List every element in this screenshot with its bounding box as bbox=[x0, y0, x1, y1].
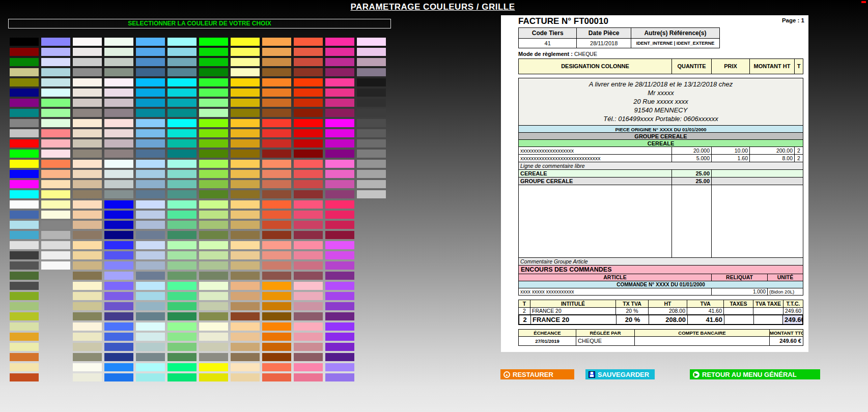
color-swatch[interactable] bbox=[41, 200, 70, 209]
color-swatch[interactable] bbox=[199, 292, 228, 300]
color-swatch[interactable] bbox=[294, 48, 323, 56]
color-swatch[interactable] bbox=[262, 373, 291, 381]
color-swatch[interactable] bbox=[357, 119, 386, 127]
color-swatch[interactable] bbox=[167, 119, 197, 127]
color-swatch[interactable] bbox=[104, 150, 133, 158]
color-swatch[interactable] bbox=[73, 363, 102, 371]
color-swatch[interactable] bbox=[294, 373, 323, 381]
color-swatch[interactable] bbox=[136, 38, 165, 46]
color-swatch[interactable] bbox=[167, 373, 197, 381]
titlebar-red-mark[interactable] bbox=[861, 1, 866, 3]
color-swatch[interactable] bbox=[73, 312, 102, 320]
color-swatch[interactable] bbox=[199, 160, 228, 168]
color-swatch[interactable] bbox=[104, 322, 133, 331]
color-swatch[interactable] bbox=[294, 180, 323, 188]
color-swatch[interactable] bbox=[104, 119, 133, 127]
color-swatch[interactable] bbox=[104, 139, 133, 148]
color-swatch[interactable] bbox=[41, 150, 70, 158]
color-swatch[interactable] bbox=[231, 272, 260, 280]
color-swatch[interactable] bbox=[325, 200, 354, 209]
color-swatch[interactable] bbox=[325, 150, 354, 158]
color-swatch[interactable] bbox=[10, 272, 39, 280]
color-swatch[interactable] bbox=[10, 68, 39, 76]
color-swatch[interactable] bbox=[104, 373, 133, 381]
color-swatch[interactable] bbox=[104, 282, 133, 290]
color-swatch[interactable] bbox=[294, 322, 323, 331]
color-swatch[interactable] bbox=[167, 272, 197, 280]
color-swatch[interactable] bbox=[41, 221, 70, 229]
color-swatch[interactable] bbox=[104, 353, 133, 361]
color-swatch[interactable] bbox=[104, 211, 133, 219]
color-swatch[interactable] bbox=[199, 58, 228, 66]
color-swatch[interactable] bbox=[199, 129, 228, 137]
color-swatch[interactable] bbox=[10, 343, 39, 351]
color-swatch[interactable] bbox=[73, 78, 102, 86]
color-swatch[interactable] bbox=[10, 150, 39, 158]
color-swatch[interactable] bbox=[325, 333, 354, 341]
color-swatch[interactable] bbox=[10, 333, 39, 341]
color-swatch[interactable] bbox=[325, 211, 354, 219]
color-swatch[interactable] bbox=[325, 38, 354, 46]
color-swatch[interactable] bbox=[262, 211, 291, 219]
color-swatch[interactable] bbox=[294, 251, 323, 259]
color-swatch[interactable] bbox=[231, 68, 260, 76]
color-swatch[interactable] bbox=[104, 109, 133, 117]
color-swatch[interactable] bbox=[294, 221, 323, 229]
color-swatch[interactable] bbox=[73, 221, 102, 229]
color-swatch[interactable] bbox=[325, 119, 354, 127]
color-swatch[interactable] bbox=[199, 38, 228, 46]
color-swatch[interactable] bbox=[104, 272, 133, 280]
color-swatch[interactable] bbox=[199, 333, 228, 341]
color-swatch[interactable] bbox=[136, 200, 165, 209]
color-swatch[interactable] bbox=[325, 99, 354, 107]
color-swatch[interactable] bbox=[199, 261, 228, 270]
color-swatch[interactable] bbox=[41, 231, 70, 239]
color-swatch[interactable] bbox=[136, 312, 165, 320]
color-swatch[interactable] bbox=[73, 241, 102, 249]
color-swatch[interactable] bbox=[73, 333, 102, 341]
color-swatch[interactable] bbox=[231, 302, 260, 310]
color-swatch[interactable] bbox=[104, 190, 133, 198]
color-swatch[interactable] bbox=[167, 150, 197, 158]
color-swatch[interactable] bbox=[136, 353, 165, 361]
color-swatch[interactable] bbox=[41, 241, 70, 249]
color-swatch[interactable] bbox=[199, 99, 228, 107]
color-swatch[interactable] bbox=[231, 89, 260, 97]
color-swatch[interactable] bbox=[262, 312, 291, 320]
color-swatch[interactable] bbox=[357, 190, 386, 198]
color-swatch[interactable] bbox=[136, 170, 165, 178]
color-swatch[interactable] bbox=[41, 68, 70, 76]
color-swatch[interactable] bbox=[136, 129, 165, 137]
color-swatch[interactable] bbox=[41, 261, 70, 270]
color-swatch[interactable] bbox=[41, 58, 70, 66]
color-swatch[interactable] bbox=[167, 170, 197, 178]
color-swatch[interactable] bbox=[10, 211, 39, 219]
color-swatch[interactable] bbox=[10, 48, 39, 56]
color-swatch[interactable] bbox=[10, 139, 39, 148]
color-swatch[interactable] bbox=[262, 333, 291, 341]
color-swatch[interactable] bbox=[104, 251, 133, 259]
color-swatch[interactable] bbox=[231, 343, 260, 351]
color-swatch[interactable] bbox=[325, 48, 354, 56]
color-swatch[interactable] bbox=[325, 292, 354, 300]
color-swatch[interactable] bbox=[136, 333, 165, 341]
color-swatch[interactable] bbox=[104, 333, 133, 341]
color-swatch[interactable] bbox=[10, 353, 39, 361]
color-swatch[interactable] bbox=[136, 261, 165, 270]
color-swatch[interactable] bbox=[199, 48, 228, 56]
color-swatch[interactable] bbox=[231, 221, 260, 229]
color-swatch[interactable] bbox=[325, 272, 354, 280]
color-swatch[interactable] bbox=[325, 78, 354, 86]
color-swatch[interactable] bbox=[167, 251, 197, 259]
color-swatch[interactable] bbox=[325, 231, 354, 239]
color-swatch[interactable] bbox=[294, 38, 323, 46]
color-swatch[interactable] bbox=[136, 221, 165, 229]
color-swatch[interactable] bbox=[136, 150, 165, 158]
color-swatch[interactable] bbox=[167, 282, 197, 290]
color-swatch[interactable] bbox=[199, 200, 228, 209]
color-swatch[interactable] bbox=[325, 89, 354, 97]
color-swatch[interactable] bbox=[167, 139, 197, 148]
color-swatch[interactable] bbox=[325, 251, 354, 259]
color-swatch[interactable] bbox=[357, 129, 386, 137]
color-swatch[interactable] bbox=[73, 109, 102, 117]
